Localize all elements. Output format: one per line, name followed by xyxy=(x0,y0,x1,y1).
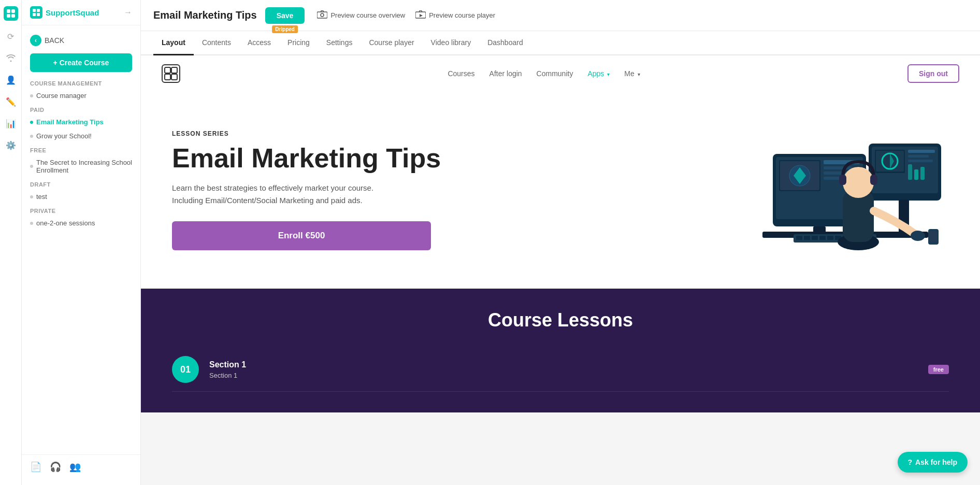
svg-rect-8 xyxy=(317,12,327,18)
nav-courses[interactable]: Courses xyxy=(448,69,474,78)
nav-apps[interactable]: Apps ▾ xyxy=(587,69,610,78)
svg-rect-34 xyxy=(908,155,929,158)
icon-rail: ⟳ 👤 ✏️ 📊 ⚙️ xyxy=(0,0,22,485)
svg-rect-0 xyxy=(7,9,10,13)
back-circle-icon: ‹ xyxy=(30,35,41,46)
brand-logo-icon[interactable] xyxy=(4,6,18,21)
sidebar-item-email-marketing[interactable]: Email Marketing Tips xyxy=(22,115,140,129)
lesson-name: Section 1 xyxy=(209,360,918,369)
chart-icon[interactable]: 📊 xyxy=(5,117,17,130)
dot-icon xyxy=(30,135,33,138)
nav-after-login[interactable]: After login xyxy=(489,69,522,78)
svg-rect-53 xyxy=(870,175,877,185)
svg-rect-44 xyxy=(819,236,826,240)
settings-icon[interactable]: ⚙️ xyxy=(5,139,17,151)
chevron-down-icon: ▾ xyxy=(638,72,640,77)
preview-player-link[interactable]: Preview course player xyxy=(415,10,495,21)
lesson-number: 01 xyxy=(172,356,199,383)
tab-settings[interactable]: Settings xyxy=(318,31,361,55)
svg-rect-37 xyxy=(914,169,918,180)
sidebar-item-secret[interactable]: The Secret to Increasing School Enrollme… xyxy=(22,155,140,177)
save-btn-wrapper: Save Dripped xyxy=(265,7,305,24)
hero-description: Learn the best strategies to effectively… xyxy=(172,182,711,207)
sidebar-item-test[interactable]: test xyxy=(22,190,140,204)
free-label: FREE xyxy=(22,143,140,155)
nav-community[interactable]: Community xyxy=(537,69,573,78)
history-icon[interactable]: ⟳ xyxy=(5,30,17,42)
brand-icon xyxy=(30,6,42,19)
tab-access[interactable]: Access xyxy=(239,31,279,55)
preview-links: Preview course overview Preview course p… xyxy=(317,10,495,21)
preview-logo xyxy=(162,64,180,83)
svg-rect-56 xyxy=(929,231,938,242)
svg-rect-3 xyxy=(11,14,15,18)
svg-rect-13 xyxy=(171,67,177,73)
svg-rect-4 xyxy=(33,9,36,12)
lesson-info: Section 1 Section 1 xyxy=(209,360,918,379)
user-circle-icon[interactable]: 👥 xyxy=(69,461,81,473)
sign-out-button[interactable]: Sign out xyxy=(907,64,959,83)
back-button[interactable]: ‹ BACK xyxy=(22,32,140,49)
tab-video-library[interactable]: Video library xyxy=(423,31,480,55)
lesson-series-label: LESSON SERIES xyxy=(172,130,711,137)
hero-title: Email Marketing Tips xyxy=(172,144,711,173)
hero-image xyxy=(731,112,949,268)
lessons-title: Course Lessons xyxy=(172,309,949,331)
main-content: Email Marketing Tips Save Dripped Previe… xyxy=(141,0,980,485)
svg-rect-6 xyxy=(33,13,36,16)
tab-layout[interactable]: Layout xyxy=(153,31,194,55)
svg-rect-33 xyxy=(908,150,935,153)
preview-overview-link[interactable]: Preview course overview xyxy=(317,10,405,21)
dripped-badge: Dripped xyxy=(272,25,298,33)
tab-dashboard[interactable]: Dashboard xyxy=(479,31,531,55)
dot-icon xyxy=(30,94,33,97)
tab-course-player[interactable]: Course player xyxy=(361,31,422,55)
svg-rect-36 xyxy=(908,164,912,180)
tab-pricing[interactable]: Pricing xyxy=(279,31,318,55)
sidebar-item-course-manager[interactable]: Course manager xyxy=(22,89,140,103)
svg-rect-35 xyxy=(908,160,933,162)
draft-label: DRAFT xyxy=(22,177,140,190)
create-course-button[interactable]: + Create Course xyxy=(30,53,132,72)
svg-rect-27 xyxy=(808,232,831,234)
edit-icon[interactable]: ✏️ xyxy=(5,95,17,108)
svg-point-54 xyxy=(911,231,925,241)
preview-overview-label: Preview course overview xyxy=(330,11,405,19)
svg-point-9 xyxy=(321,13,324,17)
export-icon[interactable]: → xyxy=(124,8,132,17)
private-label: PRIVATE xyxy=(22,204,140,216)
svg-rect-45 xyxy=(827,236,833,240)
preview-nav: Courses After login Community Apps ▾ Me … xyxy=(141,55,980,92)
lesson-card: 01 Section 1 Section 1 free xyxy=(172,348,949,392)
svg-rect-2 xyxy=(7,14,10,18)
preview-nav-links: Courses After login Community Apps ▾ Me … xyxy=(197,69,891,78)
users-icon[interactable]: 👤 xyxy=(5,74,17,86)
svg-point-51 xyxy=(843,167,874,198)
dot-icon xyxy=(30,222,33,225)
question-mark-icon: ? xyxy=(908,458,913,466)
enroll-button[interactable]: Enroll €500 xyxy=(172,221,431,250)
tab-contents[interactable]: Contents xyxy=(194,31,239,55)
sidebar-item-one2one[interactable]: one-2-one sessions xyxy=(22,216,140,230)
play-camera-icon xyxy=(415,10,426,21)
sidebar-bottom-icons: 📄 🎧 👥 xyxy=(22,454,140,479)
sidebar-header: SupportSquad → xyxy=(22,6,140,25)
camera-icon xyxy=(317,10,327,21)
course-preview: Courses After login Community Apps ▾ Me … xyxy=(141,55,980,485)
documents-icon[interactable]: 📄 xyxy=(30,461,41,473)
sidebar-item-grow-school[interactable]: Grow your School! xyxy=(22,129,140,143)
hero-section: LESSON SERIES Email Marketing Tips Learn… xyxy=(141,92,980,289)
dot-icon xyxy=(30,121,33,124)
course-title: Email Marketing Tips xyxy=(153,9,257,21)
top-bar: Email Marketing Tips Save Dripped Previe… xyxy=(141,0,980,31)
ask-for-help-button[interactable]: ? Ask for help xyxy=(898,452,968,473)
brand-name[interactable]: SupportSquad xyxy=(30,6,120,19)
svg-rect-38 xyxy=(920,167,925,180)
nav-me[interactable]: Me ▾ xyxy=(624,69,640,78)
sidebar: SupportSquad → ‹ BACK + Create Course CO… xyxy=(22,0,141,485)
headset-icon[interactable]: 🎧 xyxy=(50,461,61,473)
svg-rect-7 xyxy=(37,13,40,16)
lesson-free-badge: free xyxy=(928,365,949,374)
wifi-icon[interactable] xyxy=(5,52,17,64)
save-button[interactable]: Save xyxy=(265,7,305,24)
